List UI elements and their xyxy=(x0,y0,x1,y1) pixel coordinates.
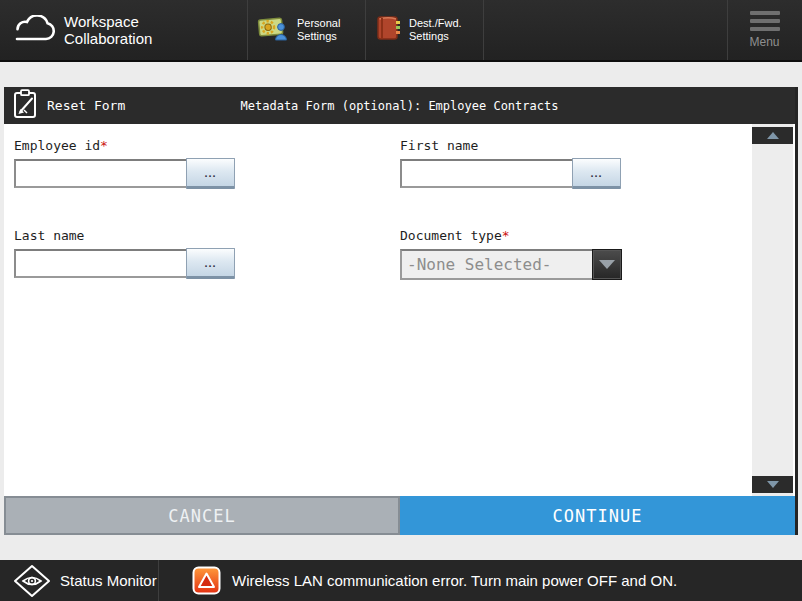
label-text: First name xyxy=(400,138,478,153)
personal-settings-label-line1: Personal xyxy=(297,17,340,30)
status-message: Wireless LAN communication error. Turn m… xyxy=(232,560,677,601)
last-name-input[interactable] xyxy=(14,249,192,278)
metadata-form-panel: Reset Form Metadata Form (optional): Emp… xyxy=(4,87,798,535)
status-monitor-eye-icon xyxy=(13,564,51,601)
first-name-input[interactable] xyxy=(400,159,578,188)
app-title-line2: Collaboration xyxy=(64,30,152,47)
employee-id-browse-button[interactable]: ... xyxy=(186,158,235,189)
divider xyxy=(158,560,159,601)
first-name-browse-button[interactable]: ... xyxy=(572,158,621,189)
menu-button[interactable]: Menu xyxy=(727,0,802,60)
scroll-down-arrow-icon xyxy=(767,481,779,488)
document-type-dropdown-button[interactable] xyxy=(592,249,622,280)
clipboard-pen-icon xyxy=(12,89,39,123)
required-marker: * xyxy=(502,228,510,243)
reset-form-label: Reset Form xyxy=(47,98,125,113)
required-marker: * xyxy=(100,138,108,153)
dest-fwd-label-line1: Dest./Fwd. xyxy=(409,17,462,30)
last-name-browse-button[interactable]: ... xyxy=(186,248,235,279)
label-text: Document type xyxy=(400,228,502,243)
label-text: Employee id xyxy=(14,138,100,153)
cancel-button[interactable]: CANCEL xyxy=(4,496,400,535)
personal-settings-label: Personal Settings xyxy=(297,17,340,43)
top-app-bar: Workspace Collaboration Personal Setting… xyxy=(0,0,802,62)
cloud-icon xyxy=(12,15,58,49)
first-name-label: First name xyxy=(400,138,478,153)
document-type-label: Document type* xyxy=(400,228,510,243)
scrollbar-track[interactable] xyxy=(752,124,793,496)
status-monitor-button[interactable]: Status Monitor xyxy=(60,560,157,601)
scroll-up-arrow-icon xyxy=(767,132,779,139)
dest-fwd-settings-label: Dest./Fwd. Settings xyxy=(409,17,462,43)
divider xyxy=(483,0,484,60)
menu-label: Menu xyxy=(727,35,802,49)
employee-id-label: Employee id* xyxy=(14,138,108,153)
continue-button[interactable]: CONTINUE xyxy=(400,496,795,535)
scroll-up-button[interactable] xyxy=(752,127,793,144)
last-name-label: Last name xyxy=(14,228,84,243)
label-text: Last name xyxy=(14,228,84,243)
status-bar: Status Monitor Wireless LAN communicatio… xyxy=(0,560,802,601)
app-title: Workspace Collaboration xyxy=(64,13,152,47)
employee-id-input[interactable] xyxy=(14,159,192,188)
personal-settings-label-line2: Settings xyxy=(297,30,340,43)
scroll-down-button[interactable] xyxy=(752,476,793,493)
warning-triangle-icon xyxy=(192,566,221,599)
status-monitor-label: Status Monitor xyxy=(60,572,157,589)
reset-form-button[interactable]: Reset Form xyxy=(12,87,125,124)
hamburger-icon xyxy=(727,11,802,31)
address-book-icon xyxy=(375,14,401,46)
form-area: Employee id* ... First name ... Last nam… xyxy=(4,124,795,496)
personal-settings-icon xyxy=(257,14,289,46)
action-button-row: CANCEL CONTINUE xyxy=(4,496,795,535)
dest-fwd-settings-button[interactable]: Dest./Fwd. Settings xyxy=(365,0,483,60)
chevron-down-icon xyxy=(599,260,615,269)
dest-fwd-label-line2: Settings xyxy=(409,30,462,43)
form-header-bar: Reset Form Metadata Form (optional): Emp… xyxy=(4,87,795,124)
app-title-line1: Workspace xyxy=(64,13,152,30)
document-type-select[interactable]: -None Selected- xyxy=(400,249,597,280)
personal-settings-button[interactable]: Personal Settings xyxy=(247,0,365,60)
